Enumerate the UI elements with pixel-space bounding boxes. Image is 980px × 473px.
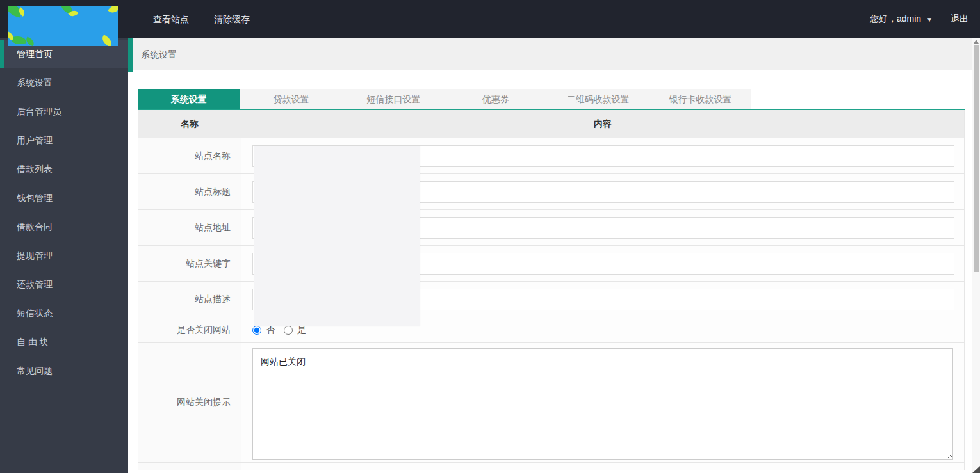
scroll-up-arrow-icon[interactable] — [974, 40, 979, 44]
breadcrumb: 系统设置 — [128, 38, 980, 70]
radio-no[interactable] — [252, 326, 261, 335]
sidebar-item-faq[interactable]: 常见问题 — [0, 357, 128, 385]
tab-bar: 系统设置 贷款设置 短信接口设置 优惠券 二维码收款设置 银行卡收款设置 — [138, 89, 751, 110]
active-item-indicator — [128, 38, 133, 72]
table-row-close-message: 网站关闭提示 网站已关闭 — [138, 343, 964, 463]
logout-button[interactable]: 退出 — [951, 13, 968, 25]
scrollbar-thumb[interactable] — [974, 45, 979, 272]
sidebar-item-repayment-management[interactable]: 还款管理 — [0, 270, 128, 299]
vertical-scrollbar[interactable] — [972, 38, 980, 473]
field-label: 站点关键字 — [138, 246, 241, 281]
field-label: 站点地址 — [138, 210, 241, 245]
nav-clear-cache[interactable]: 清除缓存 — [214, 0, 250, 38]
top-bar: 查看站点 清除缓存 您好，admin ▼ 退出 — [0, 0, 980, 38]
sidebar-item-loan-contract[interactable]: 借款合同 — [0, 212, 128, 241]
sidebar-item-backend-admins[interactable]: 后台管理员 — [0, 97, 128, 126]
leaf-icon — [108, 6, 118, 15]
tab-system-settings[interactable]: 系统设置 — [138, 89, 240, 110]
sidebar-item-loan-list[interactable]: 借款列表 — [0, 155, 128, 184]
field-label: 站点描述 — [138, 282, 241, 317]
tab-loan-settings[interactable]: 贷款设置 — [240, 89, 343, 110]
sidebar-item-system-settings[interactable]: 系统设置 — [0, 68, 128, 97]
chevron-down-icon: ▼ — [926, 16, 933, 23]
tab-bankcard-payment-settings[interactable]: 银行卡收款设置 — [649, 89, 751, 110]
sidebar-item-wallet-management[interactable]: 钱包管理 — [0, 184, 128, 212]
tab-sms-api-settings[interactable]: 短信接口设置 — [342, 89, 445, 110]
user-menu[interactable]: 您好，admin ▼ — [870, 13, 933, 25]
field-label: 是否关闭网站 — [138, 317, 241, 342]
scroll-corner-icon[interactable] — [972, 466, 980, 473]
tab-coupons[interactable]: 优惠券 — [445, 89, 547, 110]
site-logo[interactable] — [8, 6, 118, 46]
sidebar-item-user-management[interactable]: 用户管理 — [0, 126, 128, 155]
table-row-partial — [138, 463, 964, 470]
redacted-overlay — [254, 146, 420, 326]
field-label: 站点名称 — [138, 138, 241, 173]
tab-qrcode-payment-settings[interactable]: 二维码收款设置 — [547, 89, 649, 110]
radio-yes[interactable] — [284, 326, 293, 335]
table-header-row: 名称 内容 — [138, 110, 964, 138]
nav-view-site[interactable]: 查看站点 — [153, 0, 189, 38]
field-label: 网站关闭提示 — [138, 343, 241, 462]
column-header-content: 内容 — [241, 110, 964, 138]
sidebar-item-sms-status[interactable]: 短信状态 — [0, 299, 128, 328]
leaf-icon — [100, 35, 114, 46]
close-message-textarea[interactable]: 网站已关闭 — [252, 348, 953, 460]
column-header-name: 名称 — [138, 110, 241, 138]
user-greeting: 您好，admin — [870, 13, 921, 25]
sidebar-item-withdrawal-management[interactable]: 提现管理 — [0, 241, 128, 270]
field-label: 站点标题 — [138, 174, 241, 209]
leaf-icon — [25, 37, 36, 46]
sidebar-item-free-block[interactable]: 自 由 块 — [0, 328, 128, 357]
main-content: 系统设置 系统设置 贷款设置 短信接口设置 优惠券 二维码收款设置 银行卡收款设… — [128, 38, 980, 473]
sidebar: 管理首页 系统设置 后台管理员 用户管理 借款列表 钱包管理 借款合同 提现管理… — [0, 38, 128, 473]
